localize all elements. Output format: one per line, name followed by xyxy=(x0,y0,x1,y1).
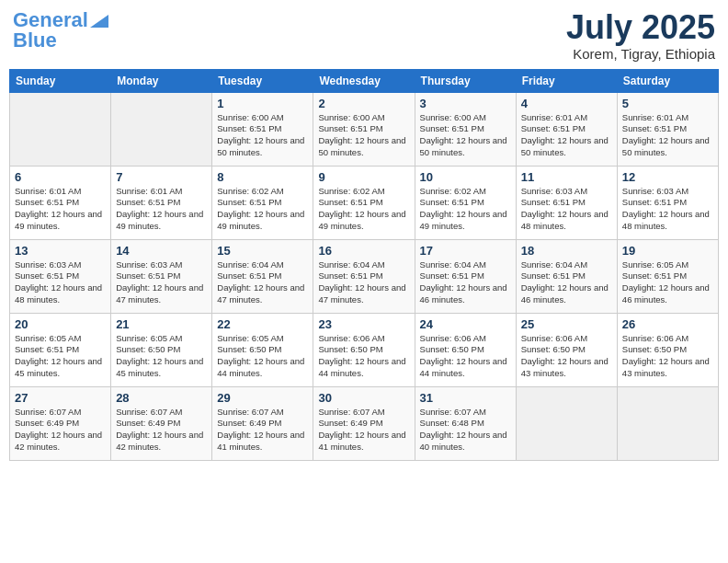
day-info: Sunrise: 6:07 AMSunset: 6:49 PMDaylight:… xyxy=(217,407,308,454)
day-number: 21 xyxy=(116,317,207,331)
day-info: Sunrise: 6:07 AMSunset: 6:49 PMDaylight:… xyxy=(318,407,409,454)
calendar-cell: 26Sunrise: 6:06 AMSunset: 6:50 PMDayligh… xyxy=(617,313,718,386)
calendar-table: SundayMondayTuesdayWednesdayThursdayFrid… xyxy=(9,69,719,461)
calendar-cell: 21Sunrise: 6:05 AMSunset: 6:50 PMDayligh… xyxy=(111,313,212,386)
calendar-cell: 6Sunrise: 6:01 AMSunset: 6:51 PMDaylight… xyxy=(10,166,111,239)
day-info: Sunrise: 6:02 AMSunset: 6:51 PMDaylight:… xyxy=(217,186,308,233)
calendar-cell: 17Sunrise: 6:04 AMSunset: 6:51 PMDayligh… xyxy=(415,239,516,313)
day-number: 14 xyxy=(116,244,207,258)
weekday-header-wednesday: Wednesday xyxy=(313,69,415,92)
calendar-cell: 19Sunrise: 6:05 AMSunset: 6:51 PMDayligh… xyxy=(617,239,718,313)
calendar-cell: 23Sunrise: 6:06 AMSunset: 6:50 PMDayligh… xyxy=(313,313,415,386)
week-row-2: 6Sunrise: 6:01 AMSunset: 6:51 PMDaylight… xyxy=(10,166,719,239)
day-info: Sunrise: 6:05 AMSunset: 6:50 PMDaylight:… xyxy=(217,333,308,380)
calendar-cell: 30Sunrise: 6:07 AMSunset: 6:49 PMDayligh… xyxy=(313,386,415,460)
day-number: 20 xyxy=(15,317,106,331)
day-number: 10 xyxy=(420,170,511,184)
logo-icon xyxy=(90,15,108,28)
day-info: Sunrise: 6:05 AMSunset: 6:51 PMDaylight:… xyxy=(15,333,106,380)
calendar-cell: 8Sunrise: 6:02 AMSunset: 6:51 PMDaylight… xyxy=(212,166,313,239)
day-info: Sunrise: 6:03 AMSunset: 6:51 PMDaylight:… xyxy=(521,186,612,233)
day-info: Sunrise: 6:04 AMSunset: 6:51 PMDaylight:… xyxy=(420,259,511,306)
weekday-header-friday: Friday xyxy=(516,69,617,92)
logo: General Blue xyxy=(13,9,108,52)
calendar-cell: 31Sunrise: 6:07 AMSunset: 6:48 PMDayligh… xyxy=(415,386,516,460)
day-number: 28 xyxy=(116,391,207,405)
day-number: 17 xyxy=(420,244,511,258)
day-number: 27 xyxy=(15,391,106,405)
calendar-cell: 3Sunrise: 6:00 AMSunset: 6:51 PMDaylight… xyxy=(415,92,516,166)
calendar-cell: 5Sunrise: 6:01 AMSunset: 6:51 PMDaylight… xyxy=(617,92,718,166)
weekday-header-sunday: Sunday xyxy=(10,69,111,92)
day-info: Sunrise: 6:03 AMSunset: 6:51 PMDaylight:… xyxy=(15,259,106,306)
day-info: Sunrise: 6:03 AMSunset: 6:51 PMDaylight:… xyxy=(116,259,207,306)
calendar-cell: 15Sunrise: 6:04 AMSunset: 6:51 PMDayligh… xyxy=(212,239,313,313)
day-info: Sunrise: 6:01 AMSunset: 6:51 PMDaylight:… xyxy=(521,112,612,159)
day-number: 31 xyxy=(420,391,511,405)
calendar-cell: 1Sunrise: 6:00 AMSunset: 6:51 PMDaylight… xyxy=(212,92,313,166)
calendar-cell: 27Sunrise: 6:07 AMSunset: 6:49 PMDayligh… xyxy=(10,386,111,460)
week-row-5: 27Sunrise: 6:07 AMSunset: 6:49 PMDayligh… xyxy=(10,386,719,460)
day-number: 9 xyxy=(318,170,409,184)
day-number: 5 xyxy=(622,97,713,110)
calendar-cell: 25Sunrise: 6:06 AMSunset: 6:50 PMDayligh… xyxy=(516,313,617,386)
day-number: 11 xyxy=(521,170,612,184)
page-header: General Blue July 2025 Korem, Tigray, Et… xyxy=(9,9,719,62)
day-number: 2 xyxy=(318,97,409,110)
calendar-cell: 2Sunrise: 6:00 AMSunset: 6:51 PMDaylight… xyxy=(313,92,415,166)
weekday-header-tuesday: Tuesday xyxy=(212,69,313,92)
day-number: 7 xyxy=(116,170,207,184)
day-info: Sunrise: 6:00 AMSunset: 6:51 PMDaylight:… xyxy=(318,112,409,159)
day-number: 23 xyxy=(318,317,409,331)
day-info: Sunrise: 6:00 AMSunset: 6:51 PMDaylight:… xyxy=(217,112,308,159)
day-number: 26 xyxy=(622,317,713,331)
day-number: 22 xyxy=(217,317,308,331)
calendar-cell: 16Sunrise: 6:04 AMSunset: 6:51 PMDayligh… xyxy=(313,239,415,313)
calendar-cell xyxy=(617,386,718,460)
day-number: 24 xyxy=(420,317,511,331)
svg-marker-0 xyxy=(90,15,108,28)
calendar-cell: 11Sunrise: 6:03 AMSunset: 6:51 PMDayligh… xyxy=(516,166,617,239)
weekday-header-row: SundayMondayTuesdayWednesdayThursdayFrid… xyxy=(10,69,719,92)
calendar-cell: 29Sunrise: 6:07 AMSunset: 6:49 PMDayligh… xyxy=(212,386,313,460)
day-number: 29 xyxy=(217,391,308,405)
day-number: 12 xyxy=(622,170,713,184)
day-info: Sunrise: 6:04 AMSunset: 6:51 PMDaylight:… xyxy=(318,259,409,306)
calendar-cell: 28Sunrise: 6:07 AMSunset: 6:49 PMDayligh… xyxy=(111,386,212,460)
day-info: Sunrise: 6:06 AMSunset: 6:50 PMDaylight:… xyxy=(622,333,713,380)
day-info: Sunrise: 6:05 AMSunset: 6:50 PMDaylight:… xyxy=(116,333,207,380)
day-info: Sunrise: 6:02 AMSunset: 6:51 PMDaylight:… xyxy=(318,186,409,233)
day-number: 13 xyxy=(15,244,106,258)
weekday-header-saturday: Saturday xyxy=(617,69,718,92)
calendar-cell: 9Sunrise: 6:02 AMSunset: 6:51 PMDaylight… xyxy=(313,166,415,239)
day-number: 15 xyxy=(217,244,308,258)
day-info: Sunrise: 6:04 AMSunset: 6:51 PMDaylight:… xyxy=(217,259,308,306)
day-info: Sunrise: 6:07 AMSunset: 6:49 PMDaylight:… xyxy=(15,407,106,454)
calendar-cell: 13Sunrise: 6:03 AMSunset: 6:51 PMDayligh… xyxy=(10,239,111,313)
month-title: July 2025 xyxy=(566,9,715,46)
calendar-cell: 4Sunrise: 6:01 AMSunset: 6:51 PMDaylight… xyxy=(516,92,617,166)
calendar-cell xyxy=(516,386,617,460)
calendar-cell: 14Sunrise: 6:03 AMSunset: 6:51 PMDayligh… xyxy=(111,239,212,313)
day-number: 4 xyxy=(521,97,612,110)
calendar-cell: 10Sunrise: 6:02 AMSunset: 6:51 PMDayligh… xyxy=(415,166,516,239)
day-number: 19 xyxy=(622,244,713,258)
day-info: Sunrise: 6:01 AMSunset: 6:51 PMDaylight:… xyxy=(622,112,713,159)
day-info: Sunrise: 6:04 AMSunset: 6:51 PMDaylight:… xyxy=(521,259,612,306)
calendar-cell: 18Sunrise: 6:04 AMSunset: 6:51 PMDayligh… xyxy=(516,239,617,313)
day-info: Sunrise: 6:06 AMSunset: 6:50 PMDaylight:… xyxy=(521,333,612,380)
calendar-cell: 12Sunrise: 6:03 AMSunset: 6:51 PMDayligh… xyxy=(617,166,718,239)
weekday-header-thursday: Thursday xyxy=(415,69,516,92)
day-info: Sunrise: 6:02 AMSunset: 6:51 PMDaylight:… xyxy=(420,186,511,233)
location-subtitle: Korem, Tigray, Ethiopia xyxy=(566,46,715,62)
day-number: 18 xyxy=(521,244,612,258)
day-info: Sunrise: 6:01 AMSunset: 6:51 PMDaylight:… xyxy=(116,186,207,233)
week-row-1: 1Sunrise: 6:00 AMSunset: 6:51 PMDaylight… xyxy=(10,92,719,166)
day-number: 16 xyxy=(318,244,409,258)
day-info: Sunrise: 6:06 AMSunset: 6:50 PMDaylight:… xyxy=(420,333,511,380)
day-number: 1 xyxy=(217,97,308,110)
title-block: July 2025 Korem, Tigray, Ethiopia xyxy=(566,9,715,62)
day-info: Sunrise: 6:07 AMSunset: 6:49 PMDaylight:… xyxy=(116,407,207,454)
calendar-cell: 20Sunrise: 6:05 AMSunset: 6:51 PMDayligh… xyxy=(10,313,111,386)
day-info: Sunrise: 6:01 AMSunset: 6:51 PMDaylight:… xyxy=(15,186,106,233)
